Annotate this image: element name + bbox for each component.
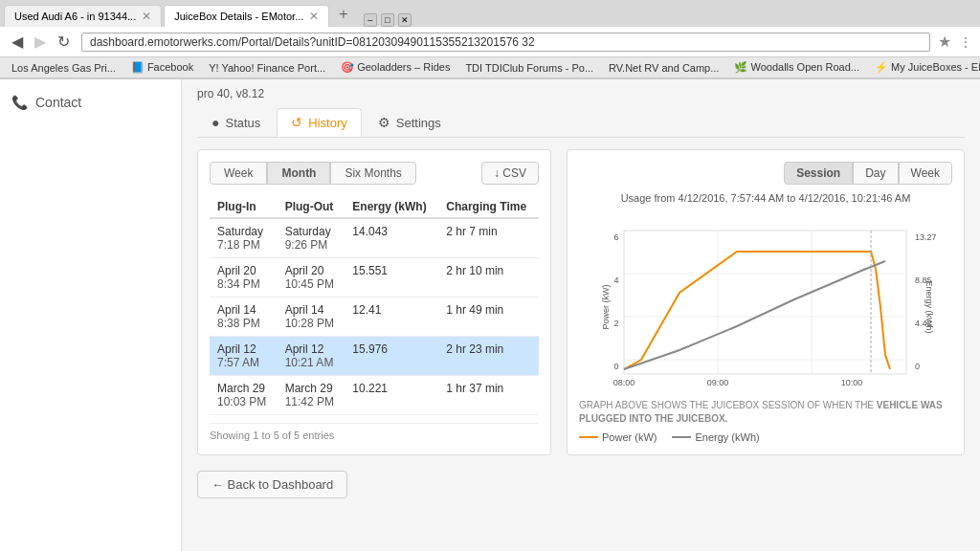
bookmark-item[interactable]: TDI TDIClub Forums - Po... <box>461 61 597 75</box>
table-footer: Showing 1 to 5 of 5 entries <box>210 423 539 441</box>
week-chart-button[interactable]: Week <box>899 162 952 185</box>
charging-time-1: 2 hr 7 min <box>438 218 539 258</box>
period-buttons: Week Month Six Months ↓ CSV <box>210 162 539 185</box>
tab-close-1[interactable]: ✕ <box>142 10 151 23</box>
url-input[interactable] <box>81 33 930 52</box>
day-button[interactable]: Day <box>853 162 898 185</box>
chart-panel: Session Day Week Usage from 4/12/2016, 7… <box>567 149 965 455</box>
sidebar-contact[interactable]: 📞 Contact <box>11 95 169 110</box>
svg-text:Power (kW): Power (kW) <box>601 284 611 329</box>
chart-note: GRAPH ABOVE SHOWS THE JUICEBOX SESSION O… <box>579 399 952 426</box>
content-panels: Week Month Six Months ↓ CSV Plug-In Plug… <box>197 149 965 455</box>
table-row[interactable]: Saturday7:18 PM Saturday9:26 PM 14.043 2… <box>210 218 539 258</box>
plugout-date-4: April 1210:21 AM <box>278 337 345 376</box>
window-controls: – □ ✕ <box>364 13 412 27</box>
energy-2: 15.551 <box>345 258 438 298</box>
col-plugout: Plug-Out <box>278 196 345 218</box>
table-row[interactable]: April 148:38 PM April 1410:28 PM 12.41 1… <box>210 298 539 337</box>
svg-text:08:00: 08:00 <box>613 378 635 387</box>
forward-nav-button[interactable]: ▶ <box>31 31 50 53</box>
nav-tabs: ● Status ↺ History ⚙ Settings <box>197 108 965 138</box>
back-to-dashboard-button[interactable]: ← Back to Dashboard <box>197 471 347 498</box>
svg-text:0: 0 <box>915 362 920 371</box>
plugout-date-2: April 2010:45 PM <box>278 258 345 298</box>
charging-time-5: 1 hr 37 min <box>438 376 539 415</box>
tab-history-label: History <box>308 116 346 130</box>
tab-inactive[interactable]: Used Audi A6 - in 91344... ✕ <box>4 5 162 27</box>
energy-line-sample <box>672 436 691 438</box>
contact-label: Contact <box>35 95 81 110</box>
address-bar: ◀ ▶ ↻ ★ ⋮ <box>0 27 980 57</box>
settings-icon: ⚙ <box>378 115 390 130</box>
charging-time-4: 2 hr 23 min <box>438 337 539 376</box>
bookmark-item[interactable]: 🌿 Woodalls Open Road... <box>730 60 863 75</box>
tab-title-2: JuiceBox Details - EMotor... <box>174 11 303 22</box>
tab-settings[interactable]: ⚙ Settings <box>364 108 456 137</box>
restore-button[interactable]: □ <box>381 13 394 27</box>
tab-history[interactable]: ↺ History <box>277 108 361 137</box>
table-row[interactable]: March 2910:03 PM March 2911:42 PM 10.221… <box>210 376 539 415</box>
six-months-button[interactable]: Six Months <box>330 162 415 185</box>
close-button[interactable]: ✕ <box>398 13 412 27</box>
session-button[interactable]: Session <box>784 162 853 185</box>
tab-title-1: Used Audi A6 - in 91344... <box>14 11 136 22</box>
sidebar: 📞 Contact <box>0 79 182 551</box>
csv-button[interactable]: ↓ CSV <box>481 162 539 185</box>
tab-active[interactable]: JuiceBox Details - EMotor... ✕ <box>164 5 329 27</box>
table-header: Plug-In Plug-Out Energy (kWh) Charging T… <box>210 196 539 218</box>
svg-text:09:00: 09:00 <box>707 378 729 387</box>
bookmark-item[interactable]: ⚡ My JuiceBoxes - EM... <box>871 60 980 75</box>
month-button[interactable]: Month <box>267 162 330 185</box>
legend-power: Power (kW) <box>579 431 657 443</box>
svg-text:2: 2 <box>613 319 618 328</box>
bookmark-item[interactable]: RV.Net RV and Camp... <box>605 61 723 75</box>
chart-legend: Power (kW) Energy (kWh) <box>579 431 952 443</box>
col-charging-time: Charging Time <box>438 196 539 218</box>
phone-icon: 📞 <box>11 95 28 110</box>
svg-text:6: 6 <box>613 232 618 242</box>
col-energy: Energy (kWh) <box>345 196 438 218</box>
tab-status[interactable]: ● Status <box>197 108 275 137</box>
svg-text:4: 4 <box>613 276 618 285</box>
plugin-date-3: April 148:38 PM <box>210 298 278 337</box>
tab-bar: Used Audi A6 - in 91344... ✕ JuiceBox De… <box>0 0 980 27</box>
bookmark-item[interactable]: 📘 Facebook <box>127 60 197 75</box>
plugout-date-1: Saturday9:26 PM <box>278 218 345 258</box>
bookmarks-bar: Los Angeles Gas Pri... 📘 Facebook Y! Yah… <box>0 57 980 78</box>
extension-icon: ⋮ <box>959 34 972 50</box>
bookmark-item[interactable]: 🎯 Geoladders – Rides <box>337 60 454 75</box>
status-icon: ● <box>212 115 219 130</box>
tab-close-2[interactable]: ✕ <box>309 10 319 23</box>
table-body: Saturday7:18 PM Saturday9:26 PM 14.043 2… <box>210 218 539 415</box>
period-group: Week Month Six Months <box>210 162 416 185</box>
reload-button[interactable]: ↻ <box>54 31 74 53</box>
week-button[interactable]: Week <box>210 162 267 185</box>
main-content: pro 40, v8.12 ● Status ↺ History ⚙ Setti… <box>182 79 980 551</box>
browser-chrome: Used Audi A6 - in 91344... ✕ JuiceBox De… <box>0 0 980 79</box>
extensions-area: ⋮ <box>959 34 972 50</box>
back-nav-button[interactable]: ◀ <box>8 31 27 53</box>
energy-4: 15.976 <box>345 337 438 376</box>
table-row-selected[interactable]: April 127:57 AM April 1210:21 AM 15.976 … <box>210 337 539 376</box>
history-icon: ↺ <box>291 115 302 130</box>
nav-buttons: ◀ ▶ ↻ <box>8 31 74 53</box>
chart-svg: 6 4 2 0 Power (kW) 13.27 8.85 4.42 0 Ene… <box>579 211 952 393</box>
chart-period-buttons: Session Day Week <box>579 162 952 185</box>
tab-settings-label: Settings <box>396 116 441 130</box>
energy-1: 14.043 <box>345 218 438 258</box>
energy-3: 12.41 <box>345 298 438 337</box>
minimize-button[interactable]: – <box>364 13 377 27</box>
chart-title: Usage from 4/12/2016, 7:57:44 AM to 4/12… <box>579 192 952 204</box>
svg-text:10:00: 10:00 <box>841 378 863 387</box>
bookmark-item[interactable]: Los Angeles Gas Pri... <box>8 61 120 75</box>
svg-text:13.27: 13.27 <box>915 232 937 242</box>
bookmark-star[interactable]: ★ <box>938 33 951 51</box>
plugout-date-5: March 2911:42 PM <box>278 376 345 415</box>
energy-5: 10.221 <box>345 376 438 415</box>
legend-energy: Energy (kWh) <box>672 431 759 443</box>
table-row[interactable]: April 208:34 PM April 2010:45 PM 15.551 … <box>210 258 539 298</box>
new-tab-button[interactable]: + <box>331 2 355 27</box>
plugout-date-3: April 1410:28 PM <box>278 298 345 337</box>
charging-time-3: 1 hr 49 min <box>438 298 539 337</box>
bookmark-item[interactable]: Y! Yahoo! Finance Port... <box>205 61 329 75</box>
